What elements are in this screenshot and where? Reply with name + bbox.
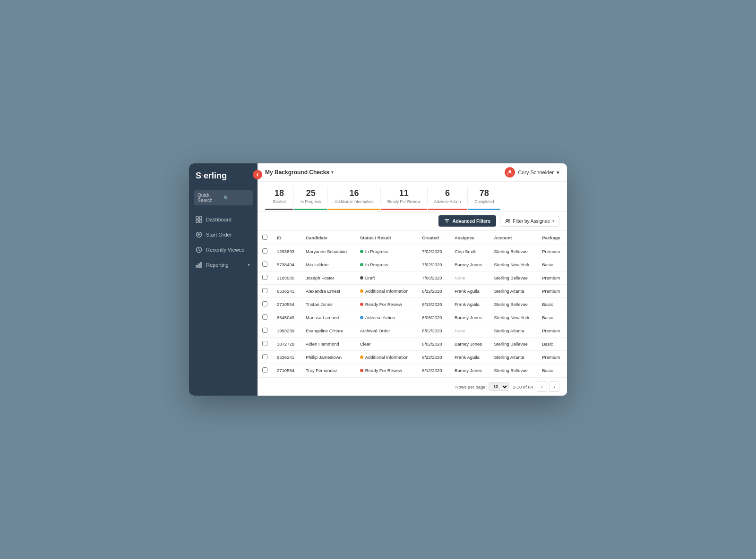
stat-ready-for-review[interactable]: 11 Ready For Review bbox=[381, 186, 427, 210]
row-candidate: Troy Fernandez bbox=[301, 364, 355, 377]
row-checkbox[interactable] bbox=[262, 367, 267, 373]
row-checkbox-cell bbox=[258, 298, 272, 311]
row-checkbox-cell bbox=[258, 258, 272, 271]
svg-rect-3 bbox=[199, 220, 202, 222]
status-dot bbox=[360, 316, 363, 319]
row-status: Ready For Review bbox=[355, 298, 418, 311]
svg-rect-10 bbox=[200, 263, 202, 267]
col-assignee: Assignee bbox=[450, 231, 490, 245]
status-dot bbox=[360, 303, 363, 306]
row-checkbox[interactable] bbox=[262, 328, 267, 333]
search-placeholder: Quick Search bbox=[198, 193, 223, 203]
clock-icon bbox=[196, 246, 202, 253]
table-row[interactable]: 1105585 Joseph Foster Draft 7/06/2020 No… bbox=[258, 271, 567, 285]
sidebar-item-recently-viewed[interactable]: Recently Viewed bbox=[189, 242, 258, 257]
quick-search-bar[interactable]: Quick Search 🔍 bbox=[194, 190, 253, 205]
next-page-button[interactable]: › bbox=[549, 381, 559, 392]
plus-circle-icon bbox=[196, 231, 202, 238]
sidebar-item-start-order[interactable]: Start Order bbox=[189, 227, 258, 242]
row-checkbox[interactable] bbox=[262, 341, 267, 346]
row-assignee: None bbox=[450, 324, 490, 338]
row-checkbox[interactable] bbox=[262, 262, 267, 267]
previous-page-button[interactable]: ‹ bbox=[537, 381, 547, 392]
row-assignee: Barney Jones bbox=[450, 364, 490, 377]
table-row[interactable]: 2710554 Troy Fernandez Ready For Review … bbox=[258, 364, 567, 377]
row-assignee: None bbox=[450, 271, 490, 285]
row-checkbox-cell bbox=[258, 285, 272, 298]
chevron-down-icon: ▾ bbox=[557, 169, 559, 176]
row-id: 1105585 bbox=[272, 271, 301, 285]
row-checkbox[interactable] bbox=[262, 314, 267, 320]
svg-rect-8 bbox=[196, 265, 198, 267]
svg-rect-2 bbox=[196, 220, 198, 222]
search-icon: 🔍 bbox=[223, 195, 249, 201]
row-account: Sterling Bellevue bbox=[490, 338, 538, 351]
sidebar-item-reporting[interactable]: Reporting ▼ bbox=[189, 257, 258, 272]
col-account: Account bbox=[490, 231, 538, 245]
stats-bar: 18 Started 25 In Progress 16 Additional … bbox=[258, 182, 567, 212]
table-row[interactable]: 1993239 Evangeline O'Hare Archived Order… bbox=[258, 324, 567, 338]
sidebar-item-label: Dashboard bbox=[206, 217, 232, 222]
stat-started[interactable]: 18 Started bbox=[265, 186, 293, 210]
col-created[interactable]: Created ↓ bbox=[417, 231, 450, 245]
status-dot bbox=[360, 369, 363, 372]
row-account: Sterling Atlanta bbox=[490, 324, 538, 338]
row-id: 2710554 bbox=[272, 364, 301, 377]
user-menu[interactable]: Cory Schneider ▾ bbox=[505, 167, 559, 178]
row-candidate: Tristan Jones bbox=[301, 298, 355, 311]
row-status: Archived Order bbox=[355, 324, 418, 338]
chevron-down-icon: ▼ bbox=[247, 263, 251, 267]
table-row[interactable]: 2710554 Tristan Jones Ready For Review 6… bbox=[258, 298, 567, 311]
stat-number: 25 bbox=[306, 188, 316, 198]
table-row[interactable]: 6645049 Marissa Lambert Adverse Action 6… bbox=[258, 311, 567, 324]
row-candidate: Marissa Lambert bbox=[301, 311, 355, 324]
row-assignee: Barney Jones bbox=[450, 258, 490, 271]
row-checkbox[interactable] bbox=[262, 354, 267, 359]
chevron-down-icon: ▾ bbox=[331, 170, 334, 175]
status-dot bbox=[360, 263, 363, 266]
sort-icon: ↓ bbox=[441, 236, 443, 240]
table-row[interactable]: 1293893 Maryanne Sebastian In Progress 7… bbox=[258, 245, 567, 258]
stat-additional-information[interactable]: 16 Additional Information bbox=[328, 186, 380, 210]
row-status: Additional Information bbox=[355, 351, 418, 364]
status-text: In Progress bbox=[365, 262, 388, 267]
filter-bar: Advanced Filters Filter by Assignee ▾ bbox=[258, 212, 567, 231]
svg-rect-1 bbox=[199, 217, 202, 219]
stat-label: Ready For Review bbox=[387, 199, 421, 204]
row-created: 6/15/2020 bbox=[417, 298, 450, 311]
row-account: Sterling New York bbox=[490, 258, 538, 271]
sidebar-item-dashboard[interactable]: Dashboard bbox=[189, 212, 258, 227]
sidebar-collapse-button[interactable] bbox=[253, 170, 262, 179]
page-info: 1-10 of 64 bbox=[513, 384, 533, 390]
chevron-down-icon: ▾ bbox=[552, 219, 554, 223]
logo-text: S·erling bbox=[196, 171, 227, 181]
col-candidate: Candidate bbox=[301, 231, 355, 245]
table-row[interactable]: 1872728 Aiden Hammond Clear 6/02/2020 Ba… bbox=[258, 338, 567, 351]
row-checkbox[interactable] bbox=[262, 301, 267, 306]
advanced-filters-button[interactable]: Advanced Filters bbox=[438, 215, 496, 227]
row-checkbox-cell bbox=[258, 324, 272, 338]
row-checkbox[interactable] bbox=[262, 248, 267, 254]
table-row[interactable]: 5738494 Mia Isildore In Progress 7/02/20… bbox=[258, 258, 567, 271]
sidebar-nav: Dashboard Start Order Recently Viewed bbox=[189, 212, 258, 272]
row-assignee: Frank Aguila bbox=[450, 298, 490, 311]
page-header: My Background Checks ▾ Cory Schneider ▾ bbox=[258, 163, 567, 182]
row-id: 1993239 bbox=[272, 324, 301, 338]
table-row[interactable]: 6536241 Alexandra Ernest Additional Info… bbox=[258, 285, 567, 298]
stat-adverse-action[interactable]: 6 Adverse Action bbox=[428, 186, 468, 210]
col-id: ID bbox=[272, 231, 301, 245]
status-dot bbox=[360, 289, 363, 293]
status-text: Archived Order bbox=[360, 328, 390, 333]
filter-by-assignee-button[interactable]: Filter by Assignee ▾ bbox=[500, 216, 559, 227]
row-checkbox[interactable] bbox=[262, 288, 267, 293]
page-title[interactable]: My Background Checks ▾ bbox=[265, 169, 334, 176]
row-checkbox-cell bbox=[258, 364, 272, 377]
row-created: 6/02/2020 bbox=[417, 324, 450, 338]
table-row[interactable]: 6536241 Phillip Jamestown Additional Inf… bbox=[258, 351, 567, 364]
rows-per-page-select[interactable]: 10 25 50 bbox=[489, 382, 509, 391]
stat-completed[interactable]: 78 Completed bbox=[468, 186, 500, 210]
filter-icon bbox=[444, 218, 450, 224]
select-all-checkbox[interactable] bbox=[262, 235, 267, 240]
row-checkbox[interactable] bbox=[262, 275, 267, 280]
stat-in-progress[interactable]: 25 In Progress bbox=[294, 186, 327, 210]
